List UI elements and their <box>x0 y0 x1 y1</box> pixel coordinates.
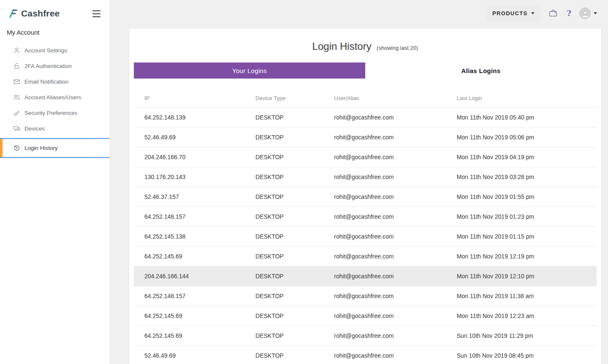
cell-ip: 52.46.37.157 <box>134 187 245 207</box>
sidebar-item-login-history[interactable]: Login History <box>0 138 109 158</box>
cell-last-login: Mon 11th Nov 2019 01:15 pm <box>446 227 597 247</box>
cell-last-login: Sun 10th Nov 2019 08:45 pm <box>446 346 597 364</box>
column-header-device-type: Device Type <box>245 89 323 108</box>
cell-ip: 64.252.148.139 <box>134 108 245 128</box>
chevron-down-icon <box>594 12 597 14</box>
briefcase-button[interactable] <box>548 8 559 19</box>
cell-ip: 64.252.145.69 <box>134 247 245 266</box>
key-icon <box>13 109 20 117</box>
briefcase-icon <box>548 8 558 18</box>
cell-last-login: Mon 11th Nov 2019 01:55 pm <box>446 187 597 207</box>
table-header-row: IP Device Type User/Alias Last Login <box>134 89 597 108</box>
sidebar-item-label: Security Preferences <box>24 110 77 116</box>
sidebar-item-2fa-authentication[interactable]: 2FA Authentication <box>0 58 109 74</box>
cell-ip: 204.246.166.144 <box>134 266 245 286</box>
sidebar-item-label: Devices <box>24 125 45 132</box>
sidebar-item-account-settings[interactable]: Account Settings <box>0 43 109 58</box>
cell-ip: 64.252.145.138 <box>134 227 245 247</box>
table-row[interactable]: 204.246.166.70 DESKTOP rohit@gocashfree.… <box>134 147 597 167</box>
main-area: PRODUCTS ? Login History ( <box>109 0 608 364</box>
brand-logo[interactable]: Cashfree <box>8 8 60 19</box>
page-subtitle: (showing last 20) <box>377 45 418 51</box>
sidebar-item-security-preferences[interactable]: Security Preferences <box>0 105 109 121</box>
unlock-icon <box>13 62 20 70</box>
cell-user-alias: rohit@gocashfree.com <box>323 187 446 207</box>
products-dropdown-button[interactable]: PRODUCTS <box>486 5 540 21</box>
cell-ip: 64.252.145.69 <box>134 326 245 346</box>
column-header-ip: IP <box>134 89 245 108</box>
cell-last-login: Mon 11th Nov 2019 05:06 pm <box>446 128 597 147</box>
cell-user-alias: rohit@gocashfree.com <box>323 227 446 247</box>
cell-user-alias: rohit@gocashfree.com <box>323 346 446 364</box>
cell-ip: 64.252.145.69 <box>134 306 245 326</box>
cell-last-login: Mon 11th Nov 2019 12:23 am <box>446 306 597 326</box>
help-button[interactable]: ? <box>566 8 572 19</box>
cell-last-login: Sun 10th Nov 2019 11:29 pm <box>446 326 597 346</box>
cell-last-login: Mon 11th Nov 2019 01:23 pm <box>446 207 597 227</box>
sidebar-item-account-aliases-users[interactable]: Account Aliases/Users <box>0 90 109 105</box>
users-icon <box>13 94 20 101</box>
cell-ip: 204.246.166.70 <box>134 147 245 167</box>
sidebar-item-label: Email Notification <box>24 79 68 85</box>
sidebar-item-label: Login History <box>24 145 58 151</box>
cell-last-login: Mon 11th Nov 2019 12:10 pm <box>446 266 597 286</box>
cell-user-alias: rohit@gocashfree.com <box>323 247 446 266</box>
cell-device-type: DESKTOP <box>245 227 323 247</box>
page-title: Login History <box>312 41 372 52</box>
cell-device-type: DESKTOP <box>245 247 323 266</box>
table-row[interactable]: 204.246.166.144 DESKTOP rohit@gocashfree… <box>134 266 597 286</box>
account-menu[interactable] <box>579 8 597 19</box>
topbar: PRODUCTS ? <box>109 0 608 26</box>
login-history-card: Login History (showing last 20) Your Log… <box>129 29 601 364</box>
table-row[interactable]: 52.46.49.69 DESKTOP rohit@gocashfree.com… <box>134 128 597 147</box>
column-header-last-login: Last Login <box>446 89 597 108</box>
hamburger-menu-icon[interactable] <box>92 9 100 19</box>
cell-user-alias: rohit@gocashfree.com <box>323 326 446 346</box>
table-row[interactable]: 64.252.145.69 DESKTOP rohit@gocashfree.c… <box>134 306 597 326</box>
cell-device-type: DESKTOP <box>245 128 323 147</box>
sidebar-item-label: Account Aliases/Users <box>24 94 81 101</box>
sidebar-item-label: 2FA Authentication <box>24 63 72 69</box>
card-title-row: Login History (showing last 20) <box>134 41 597 52</box>
tab-your-logins[interactable]: Your Logins <box>134 62 365 79</box>
sidebar-item-label: Account Settings <box>24 47 67 54</box>
cell-device-type: DESKTOP <box>245 266 323 286</box>
login-history-table: IP Device Type User/Alias Last Login 64.… <box>134 89 597 364</box>
help-icon: ? <box>567 9 571 18</box>
table-row[interactable]: 64.252.148.157 DESKTOP rohit@gocashfree.… <box>134 207 597 227</box>
chevron-down-icon <box>531 12 535 14</box>
cell-user-alias: rohit@gocashfree.com <box>323 167 446 187</box>
cell-last-login: Mon 11th Nov 2019 03:28 pm <box>446 167 597 187</box>
table-row[interactable]: 52.46.37.157 DESKTOP rohit@gocashfree.co… <box>134 187 597 207</box>
column-header-user-alias: User/Alias <box>323 89 446 108</box>
cell-user-alias: rohit@gocashfree.com <box>323 128 446 147</box>
table-row[interactable]: 64.252.148.139 DESKTOP rohit@gocashfree.… <box>134 108 597 128</box>
products-label: PRODUCTS <box>492 10 527 16</box>
cell-user-alias: rohit@gocashfree.com <box>323 306 446 326</box>
sidebar-item-devices[interactable]: Devices <box>0 121 109 136</box>
tab-alias-logins[interactable]: Alias Logins <box>365 62 597 79</box>
cell-last-login: Mon 11th Nov 2019 04:19 pm <box>446 147 597 167</box>
cell-user-alias: rohit@gocashfree.com <box>323 147 446 167</box>
cell-user-alias: rohit@gocashfree.com <box>323 108 446 128</box>
table-row[interactable]: 130.176.20.143 DESKTOP rohit@gocashfree.… <box>134 167 597 187</box>
cell-ip: 52.46.49.69 <box>134 346 245 364</box>
sidebar-section-title: My Account <box>0 25 109 43</box>
table-row[interactable]: 64.252.145.69 DESKTOP rohit@gocashfree.c… <box>134 247 597 266</box>
cell-device-type: DESKTOP <box>245 207 323 227</box>
cell-last-login: Mon 11th Nov 2019 11:38 am <box>446 286 597 306</box>
cell-device-type: DESKTOP <box>245 306 323 326</box>
history-icon <box>13 144 20 152</box>
cashfree-logo-icon <box>8 8 19 19</box>
cell-ip: 52.46.49.69 <box>134 128 245 147</box>
table-row[interactable]: 64.252.145.69 DESKTOP rohit@gocashfree.c… <box>134 326 597 346</box>
cell-user-alias: rohit@gocashfree.com <box>323 207 446 227</box>
cell-last-login: Mon 11th Nov 2019 12:19 pm <box>446 247 597 266</box>
sidebar-item-email-notification[interactable]: Email Notification <box>0 74 109 90</box>
table-row[interactable]: 52.46.49.69 DESKTOP rohit@gocashfree.com… <box>134 346 597 364</box>
table-row[interactable]: 64.252.145.138 DESKTOP rohit@gocashfree.… <box>134 227 597 247</box>
cell-user-alias: rohit@gocashfree.com <box>323 266 446 286</box>
avatar <box>579 8 591 19</box>
table-row[interactable]: 64.252.148.157 DESKTOP rohit@gocashfree.… <box>134 286 597 306</box>
cell-device-type: DESKTOP <box>245 286 323 306</box>
